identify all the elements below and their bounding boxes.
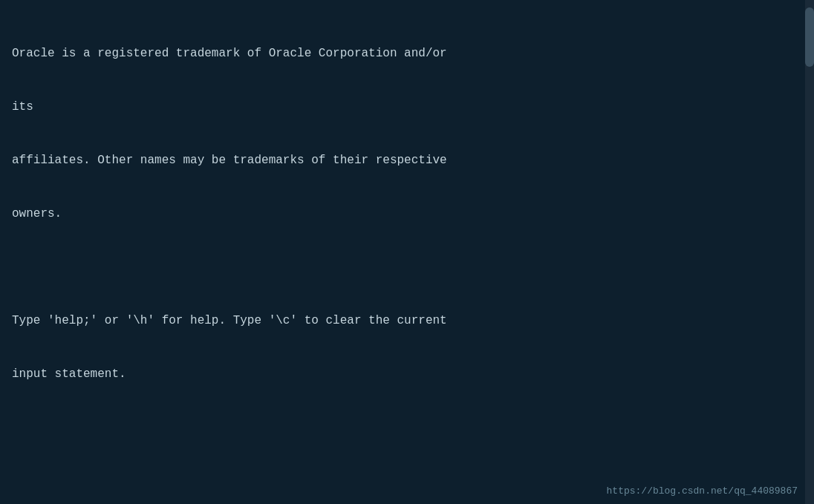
intro-line-3: affiliates. Other names may be trademark…	[12, 151, 793, 169]
blank-1	[12, 258, 793, 276]
scrollbar-thumb[interactable]	[805, 7, 814, 67]
watermark-text: https://blog.csdn.net/qq_44089867	[607, 485, 798, 497]
help-line-1: Type 'help;' or '\h' for help. Type '\c'…	[12, 312, 793, 330]
help-line-2: input statement.	[12, 365, 793, 383]
scrollbar[interactable]	[805, 0, 814, 504]
blank-2	[12, 419, 793, 436]
intro-line-1: Oracle is a registered trademark of Orac…	[12, 45, 793, 62]
intro-line-2: its	[12, 98, 793, 116]
terminal-window[interactable]: Oracle is a registered trademark of Orac…	[0, 0, 805, 504]
terminal-content: Oracle is a registered trademark of Orac…	[12, 9, 793, 504]
intro-line-4: owners.	[12, 205, 793, 223]
